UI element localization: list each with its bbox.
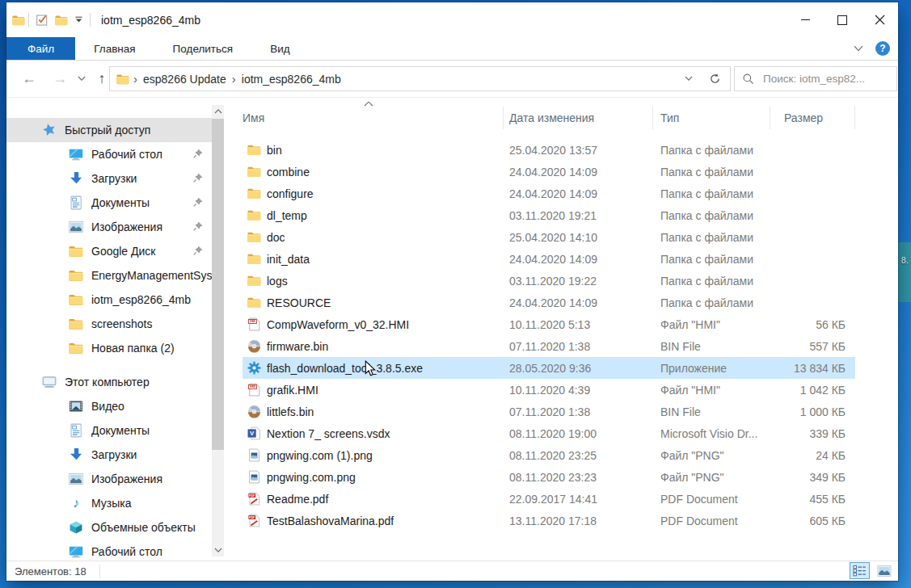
file-row[interactable]: init_data24.04.2020 14:09Папка с файлами — [243, 248, 855, 270]
sidebar-item[interactable]: Загрузки — [6, 443, 212, 467]
sidebar-item[interactable]: Рабочий стол — [6, 540, 212, 561]
file-type: BIN File — [653, 405, 770, 418]
file-row[interactable]: PDFTestBalashovaMarina.pdf13.11.2020 17:… — [243, 510, 855, 531]
breadcrumb-item[interactable]: esp8266 Update — [141, 73, 228, 86]
sidebar-item[interactable]: Google Диск — [6, 239, 212, 263]
visio-file-icon: V — [247, 426, 261, 440]
properties-checkbox-icon[interactable] — [36, 14, 49, 26]
breadcrumb-item[interactable]: iotm_esp8266_4mb — [240, 73, 343, 86]
file-name-cell: pngwing.com.png — [243, 470, 504, 484]
file-row[interactable]: HMICompWaveform_v0_32.HMI10.11.2020 5:13… — [243, 313, 855, 335]
address-dropdown-chevron-icon[interactable] — [678, 67, 699, 90]
file-row[interactable]: HMIgrafik.HMI10.11.2020 4:39Файл "HMI"1 … — [243, 379, 855, 401]
large-icons-view-button[interactable] — [874, 562, 894, 579]
navigation-toolbar: ← → ↑ › esp8266 Update › iotm_esp8266_4m… — [6, 61, 898, 98]
file-type: Папка с файлами — [653, 231, 770, 244]
column-header-2[interactable]: Тип — [653, 107, 770, 129]
file-row[interactable]: littlefs.bin07.11.2020 1:38BIN File1 000… — [243, 401, 855, 422]
tab-1[interactable]: Главная — [75, 37, 154, 60]
file-date: 08.11.2020 23:25 — [504, 449, 653, 462]
column-header-1[interactable]: Дата изменения — [504, 107, 653, 129]
maximize-button[interactable] — [824, 2, 861, 37]
file-name: doc — [267, 231, 285, 244]
sidebar-item[interactable]: Видео — [6, 394, 212, 418]
file-row[interactable]: VNextion 7_ screens.vsdx08.11.2020 19:00… — [243, 422, 855, 444]
column-headers: ИмяДата измененияТипРазмер — [243, 107, 855, 129]
tab-3[interactable]: Вид — [251, 37, 308, 60]
sidebar-list: Быстрый доступРабочий столЗагрузкиДокуме… — [6, 97, 234, 561]
downloads-icon — [69, 447, 83, 462]
search-icon — [742, 73, 754, 85]
title-bar: iotm_esp8266_4mb — [6, 2, 898, 37]
file-row[interactable]: flash_download_tool_3.8.5.exe28.05.2020 … — [243, 357, 855, 379]
pin-icon — [192, 173, 203, 183]
help-button[interactable]: ? — [875, 41, 890, 56]
forward-button[interactable]: → — [50, 61, 70, 97]
file-type: Папка с файлами — [653, 187, 770, 200]
recent-locations-chevron-icon[interactable] — [76, 61, 87, 97]
file-name: RESOURCE — [267, 296, 331, 309]
file-date: 07.11.2020 1:38 — [504, 340, 653, 353]
search-box — [734, 66, 897, 91]
search-input[interactable] — [761, 72, 896, 86]
sidebar-item[interactable]: EnergyManagementSystemN — [6, 263, 212, 288]
address-bar[interactable]: › esp8266 Update › iotm_esp8266_4mb — [109, 66, 700, 91]
collapse-ribbon-chevron-icon[interactable] — [854, 45, 863, 52]
file-row[interactable]: pngwing.com (1).png08.11.2020 23:25Файл … — [243, 444, 855, 466]
file-row[interactable]: dl_temp03.11.2020 19:21Папка с файлами — [243, 204, 855, 226]
scroll-down-icon[interactable] — [212, 544, 224, 556]
tab-2[interactable]: Поделиться — [154, 37, 252, 60]
sidebar-item[interactable]: Новая папка (2) — [6, 336, 212, 360]
column-header-0[interactable]: Имя — [243, 107, 504, 129]
sidebar-scrollbar[interactable] — [212, 105, 224, 556]
qat-customize-dropdown-icon[interactable] — [74, 16, 83, 23]
column-header-3[interactable]: Размер — [770, 107, 855, 129]
details-view-button[interactable] — [850, 562, 870, 579]
navigation-pane: Быстрый доступРабочий столЗагрузкиДокуме… — [6, 97, 234, 561]
explorer-window: iotm_esp8266_4mb ФайлГлавнаяПоделитьсяВи… — [6, 2, 898, 581]
file-row[interactable]: doc25.04.2020 14:10Папка с файлами — [243, 226, 855, 248]
close-button[interactable] — [861, 2, 898, 37]
file-name-cell: doc — [243, 230, 504, 244]
refresh-button[interactable] — [699, 66, 731, 91]
tab-0[interactable]: Файл — [6, 37, 75, 60]
sidebar-item[interactable]: Этот компьютер — [6, 370, 212, 394]
file-row[interactable]: RESOURCE24.04.2020 14:09Папка с файлами — [243, 292, 855, 313]
file-row[interactable]: combine24.04.2020 14:09Папка с файлами — [243, 161, 855, 183]
file-row[interactable]: logs03.11.2020 19:22Папка с файлами — [243, 270, 855, 292]
file-name: Readme.pdf — [267, 493, 328, 506]
file-list-pane: ИмяДата измененияТипРазмер bin25.04.2020… — [234, 97, 898, 561]
sidebar-item[interactable]: iotm_esp8266_4mb — [6, 288, 212, 312]
pictures-icon — [69, 472, 83, 486]
file-row[interactable]: configure24.04.2020 14:09Папка с файлами — [243, 183, 855, 204]
file-name-cell: PDFReadme.pdf — [243, 492, 504, 506]
new-folder-icon[interactable] — [55, 15, 68, 26]
file-row[interactable]: PDFReadme.pdf22.09.2017 14:41PDF Documen… — [243, 488, 855, 510]
folder-icon — [247, 208, 261, 222]
sidebar-item[interactable]: screenshots — [6, 312, 212, 336]
scroll-up-icon[interactable] — [212, 105, 224, 117]
file-row[interactable]: pngwing.com.png08.11.2020 23:23Файл "PNG… — [243, 466, 855, 488]
main-area: Быстрый доступРабочий столЗагрузкиДокуме… — [6, 97, 898, 561]
desktop-fragment — [898, 242, 911, 302]
sidebar-item[interactable]: Документы — [6, 418, 212, 443]
file-row[interactable]: firmware.bin07.11.2020 1:38BIN File557 К… — [243, 335, 855, 357]
sidebar-item[interactable]: Рабочий стол — [6, 142, 212, 166]
sort-ascending-icon — [364, 101, 373, 107]
sidebar-item[interactable]: Объемные объекты — [6, 515, 212, 540]
sidebar-item[interactable]: Быстрый доступ — [6, 118, 212, 142]
minimize-button[interactable] — [787, 2, 824, 37]
sidebar-item[interactable]: ♪Музыка — [6, 491, 212, 515]
column-header-label: Тип — [660, 111, 679, 124]
file-name-cell: dl_temp — [243, 208, 504, 222]
pin-icon — [192, 246, 203, 256]
scrollbar-thumb[interactable] — [212, 119, 224, 450]
sidebar-item[interactable]: Изображения — [6, 467, 212, 491]
back-button[interactable]: ← — [19, 61, 39, 97]
folder-icon — [69, 268, 83, 283]
sidebar-item[interactable]: Изображения — [6, 215, 212, 239]
sidebar-item[interactable]: Загрузки — [6, 166, 212, 191]
sidebar-item[interactable]: Документы — [6, 191, 212, 215]
breadcrumb-separator: › — [133, 73, 137, 85]
file-row[interactable]: bin25.04.2020 13:57Папка с файлами — [243, 139, 855, 161]
